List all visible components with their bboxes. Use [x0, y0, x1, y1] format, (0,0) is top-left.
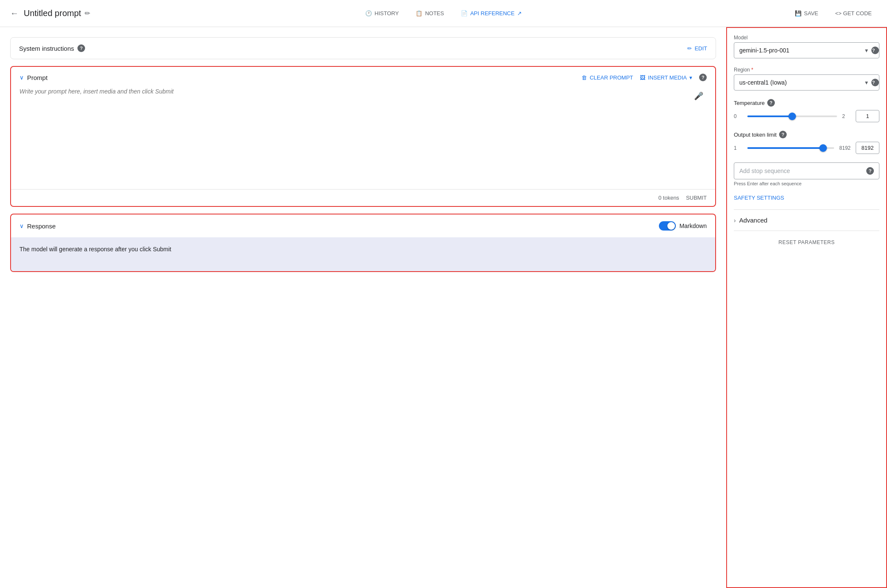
- stop-sequence-help-icon[interactable]: ?: [866, 167, 874, 175]
- prompt-actions: 🗑 CLEAR PROMPT 🖼 INSERT MEDIA ▾ ?: [581, 74, 707, 81]
- temperature-help-icon[interactable]: ?: [767, 99, 775, 107]
- token-count: 0 tokens: [658, 195, 679, 201]
- system-instructions-help-icon[interactable]: ?: [77, 44, 85, 52]
- edit-title-icon[interactable]: ✏: [85, 9, 90, 17]
- system-instructions-edit-button[interactable]: ✏ EDIT: [687, 45, 707, 52]
- response-card: ∨ Response Markdown The model will gener…: [10, 214, 716, 272]
- insert-media-label: INSERT MEDIA: [648, 74, 687, 81]
- save-label: SAVE: [804, 10, 818, 16]
- token-limit-min: 1: [734, 145, 742, 151]
- history-icon: 🕐: [365, 10, 372, 16]
- main-layout: System instructions ? ✏ EDIT ∨ Prompt 🗑: [0, 27, 887, 588]
- stop-sequence-section: Add stop sequence ? Press Enter after ea…: [734, 162, 879, 186]
- prompt-title-text: Prompt: [27, 74, 47, 81]
- token-limit-help-icon[interactable]: ?: [779, 131, 787, 138]
- advanced-label: Advanced: [739, 217, 768, 224]
- prompt-footer: 0 tokens SUBMIT: [11, 189, 715, 206]
- page-title: Untitled prompt ✏: [24, 8, 90, 18]
- model-dropdown-arrow-icon: ▾: [865, 47, 871, 54]
- system-instructions-title-text: System instructions: [19, 45, 74, 52]
- api-reference-label: API REFERENCE: [470, 10, 515, 16]
- region-help-icon[interactable]: ?: [871, 79, 879, 86]
- model-section: Model gemini-1.5-pro-001 ▾ ?: [734, 35, 879, 58]
- safety-settings-link[interactable]: SAFETY SETTINGS: [734, 195, 879, 201]
- stop-sequence-placeholder: Add stop sequence: [739, 168, 790, 174]
- response-card-header: ∨ Response Markdown: [11, 214, 715, 237]
- model-label: Model: [734, 35, 879, 41]
- temperature-slider-track[interactable]: [747, 115, 837, 117]
- right-panel: Model gemini-1.5-pro-001 ▾ ? Region us-c…: [726, 27, 887, 588]
- clear-prompt-label: CLEAR PROMPT: [589, 74, 633, 81]
- microphone-icon[interactable]: 🎤: [694, 91, 703, 101]
- response-title: ∨ Response: [19, 223, 56, 230]
- region-section: Region us-central1 (Iowa) ▾ ?: [734, 67, 879, 91]
- temperature-value-box[interactable]: 1: [856, 110, 879, 122]
- region-dropdown-arrow-icon: ▾: [865, 79, 871, 86]
- get-code-label: <> GET CODE: [835, 10, 872, 16]
- notes-nav-item[interactable]: 📋 NOTES: [412, 8, 447, 18]
- token-limit-slider-thumb[interactable]: [819, 144, 827, 152]
- temperature-min: 0: [734, 113, 742, 119]
- prompt-help-icon[interactable]: ?: [699, 74, 707, 81]
- prompt-title: ∨ Prompt: [19, 74, 47, 81]
- region-select-wrapper: us-central1 (Iowa) ▾ ?: [734, 74, 879, 91]
- prompt-textarea-container: 🎤: [11, 88, 715, 189]
- stop-sequence-hint: Press Enter after each sequence: [734, 181, 879, 186]
- token-limit-section: Output token limit ? 1 8192 8192: [734, 131, 879, 154]
- system-instructions-card: System instructions ? ✏ EDIT: [10, 37, 716, 59]
- prompt-card-header: ∨ Prompt 🗑 CLEAR PROMPT 🖼 INSERT MEDIA ▾…: [11, 67, 715, 88]
- response-text: The model will generate a response after…: [19, 246, 171, 253]
- prompt-chevron-icon[interactable]: ∨: [19, 74, 24, 81]
- system-instructions-header: System instructions ? ✏ EDIT: [11, 38, 716, 59]
- response-chevron-icon[interactable]: ∨: [19, 223, 24, 229]
- api-reference-nav-item[interactable]: 📄 API REFERENCE ↗: [457, 8, 525, 18]
- header-right-actions: 💾 SAVE <> GET CODE: [525, 7, 877, 20]
- region-select[interactable]: us-central1 (Iowa): [734, 75, 865, 90]
- back-button[interactable]: ←: [10, 8, 19, 18]
- edit-label: EDIT: [694, 45, 707, 52]
- markdown-label: Markdown: [679, 223, 707, 229]
- response-body: The model will generate a response after…: [11, 237, 715, 271]
- insert-media-icon: 🖼: [640, 74, 645, 81]
- divider: [734, 209, 879, 210]
- save-button[interactable]: 💾 SAVE: [790, 7, 824, 20]
- temperature-label-row: Temperature ?: [734, 99, 879, 107]
- token-limit-max: 8192: [839, 145, 851, 151]
- token-limit-slider-track[interactable]: [747, 147, 834, 149]
- temperature-label: Temperature: [734, 100, 765, 106]
- history-nav-item[interactable]: 🕐 HISTORY: [362, 8, 402, 18]
- insert-media-button[interactable]: 🖼 INSERT MEDIA ▾: [640, 74, 692, 81]
- api-ref-icon: 📄: [461, 10, 468, 16]
- stop-sequence-input-wrapper: Add stop sequence ?: [734, 162, 879, 179]
- title-text: Untitled prompt: [24, 8, 81, 18]
- model-help-icon[interactable]: ?: [871, 47, 879, 54]
- model-select-wrapper: gemini-1.5-pro-001 ▾ ?: [734, 42, 879, 58]
- advanced-section[interactable]: › Advanced: [734, 213, 879, 227]
- get-code-button[interactable]: <> GET CODE: [830, 7, 877, 20]
- clear-prompt-button[interactable]: 🗑 CLEAR PROMPT: [581, 74, 633, 81]
- token-limit-label: Output token limit: [734, 132, 777, 138]
- back-icon: ←: [10, 8, 19, 18]
- history-label: HISTORY: [375, 10, 399, 16]
- edit-icon: ✏: [687, 45, 692, 52]
- prompt-textarea[interactable]: [19, 88, 707, 181]
- submit-button[interactable]: SUBMIT: [686, 195, 707, 201]
- system-instructions-title: System instructions ?: [19, 44, 85, 52]
- notes-label: NOTES: [425, 10, 444, 16]
- reset-parameters-button[interactable]: RESET PARAMETERS: [734, 234, 879, 250]
- header-left: ← Untitled prompt ✏: [10, 8, 362, 18]
- temperature-max: 2: [842, 113, 851, 119]
- response-title-text: Response: [27, 223, 56, 230]
- temperature-slider-row: 0 2 1: [734, 110, 879, 122]
- header: ← Untitled prompt ✏ 🕐 HISTORY 📋 NOTES 📄 …: [0, 0, 887, 27]
- markdown-toggle-switch[interactable]: [659, 221, 676, 231]
- external-link-icon: ↗: [517, 10, 522, 16]
- save-icon: 💾: [795, 10, 802, 16]
- left-panel: System instructions ? ✏ EDIT ∨ Prompt 🗑: [0, 27, 726, 588]
- trash-icon: 🗑: [581, 74, 587, 81]
- temperature-slider-thumb[interactable]: [788, 113, 796, 120]
- token-limit-value-box[interactable]: 8192: [856, 142, 879, 154]
- token-limit-slider-row: 1 8192 8192: [734, 142, 879, 154]
- model-select[interactable]: gemini-1.5-pro-001: [734, 43, 865, 58]
- header-center-nav: 🕐 HISTORY 📋 NOTES 📄 API REFERENCE ↗: [362, 8, 525, 18]
